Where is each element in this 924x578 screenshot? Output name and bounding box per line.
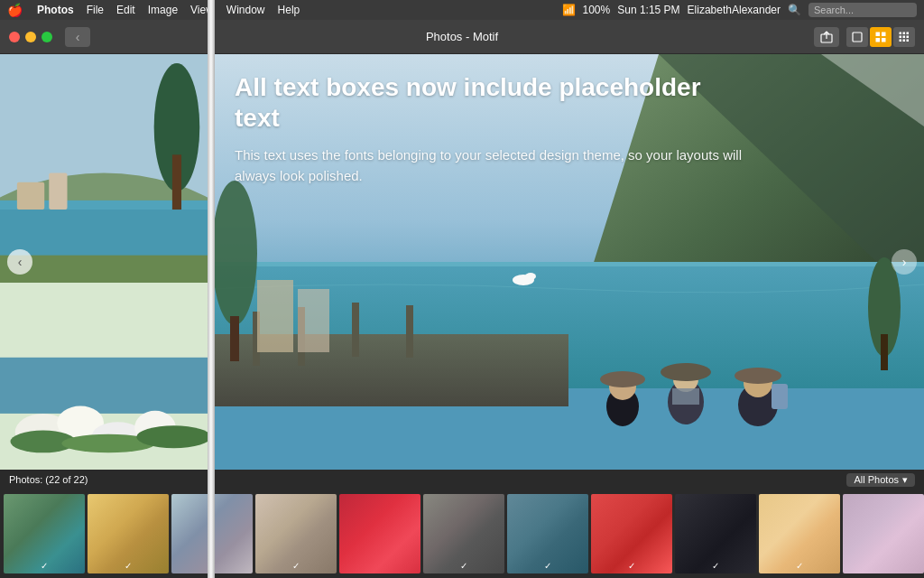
checkmark-8: ✓	[628, 561, 635, 571]
menu-bar: 🍎 Photos File Edit Image View Window Hel…	[0, 0, 924, 20]
thumbnail-2[interactable]: ✓	[88, 494, 169, 573]
svg-rect-42	[352, 303, 359, 357]
svg-rect-13	[903, 39, 906, 42]
left-page-bottom-image	[0, 283, 208, 470]
right-page: All text boxes now include placeholder t…	[208, 54, 924, 470]
grid-view-button[interactable]	[870, 27, 892, 47]
checkmark-4: ✓	[292, 561, 300, 571]
maximize-button[interactable]	[42, 32, 52, 42]
svg-rect-25	[0, 358, 208, 414]
placeholder-body: This text uses the fonts belonging to yo…	[235, 145, 744, 186]
svg-rect-43	[406, 305, 413, 358]
placeholder-heading: All text boxes now include placeholder t…	[235, 72, 744, 133]
svg-point-44	[212, 181, 257, 325]
status-bar: Photos: (22 of 22) All Photos ▾	[0, 470, 924, 489]
svg-rect-19	[17, 182, 44, 210]
menu-help[interactable]: Help	[278, 4, 300, 16]
placeholder-text-overlay: All text boxes now include placeholder t…	[235, 72, 744, 186]
svg-rect-3	[882, 32, 886, 36]
minimize-button[interactable]	[25, 32, 36, 42]
svg-rect-45	[230, 316, 239, 361]
svg-point-50	[600, 371, 645, 387]
datetime: Sun 1:15 PM	[617, 4, 679, 16]
thumbnail-6[interactable]: ✓	[423, 494, 504, 573]
menu-window[interactable]: Window	[226, 4, 265, 16]
svg-rect-9	[900, 35, 902, 38]
svg-rect-62	[881, 334, 888, 370]
checkmark-1: ✓	[41, 561, 48, 571]
menu-edit[interactable]: Edit	[116, 4, 135, 16]
next-page-button[interactable]: ›	[892, 249, 917, 275]
thumbnail-9[interactable]: ✓	[675, 494, 756, 573]
menu-items: File Edit Image View Window Help	[87, 4, 300, 16]
single-view-button[interactable]	[846, 27, 868, 47]
all-photos-filter[interactable]: All Photos ▾	[846, 473, 915, 487]
search-icon[interactable]: 🔍	[788, 4, 801, 16]
main-content: ‹	[0, 54, 924, 470]
toolbar-right	[814, 27, 915, 47]
thumbnail-5[interactable]	[339, 494, 420, 573]
svg-rect-14	[907, 39, 910, 42]
svg-point-60	[525, 273, 536, 280]
svg-rect-5	[882, 38, 886, 42]
wifi-icon: 📶	[562, 4, 576, 16]
svg-rect-1	[853, 33, 862, 42]
view-buttons	[846, 27, 915, 47]
svg-rect-4	[876, 38, 881, 42]
username: ElizabethAlexander	[688, 4, 781, 16]
svg-rect-38	[208, 262, 924, 266]
toolbar: ‹ Photos - Motif	[0, 20, 924, 54]
svg-rect-10	[903, 35, 906, 38]
close-button[interactable]	[9, 32, 20, 42]
traffic-lights	[9, 32, 52, 42]
checkmark-6: ✓	[460, 561, 467, 571]
thumbnail-10[interactable]: ✓	[759, 494, 840, 573]
menu-photos[interactable]: Photos	[37, 4, 74, 16]
thumbnail-8[interactable]: ✓	[591, 494, 672, 573]
status-right: All Photos ▾	[846, 473, 915, 487]
apple-menu[interactable]: 🍎	[7, 3, 23, 17]
window-title: Photos - Motif	[426, 30, 498, 43]
left-page-top-image	[0, 54, 208, 283]
thumbnail-7[interactable]: ✓	[507, 494, 588, 573]
svg-rect-46	[257, 280, 293, 352]
svg-rect-8	[907, 32, 910, 34]
svg-rect-22	[172, 154, 181, 210]
thumbnail-1[interactable]: ✓	[4, 494, 85, 573]
photos-count: Photos: (22 of 22)	[9, 474, 88, 485]
svg-rect-20	[49, 173, 67, 210]
svg-rect-11	[907, 35, 910, 38]
left-page: ‹	[0, 54, 208, 470]
svg-rect-12	[900, 39, 902, 42]
svg-rect-7	[903, 32, 906, 34]
svg-rect-54	[672, 388, 699, 405]
thumbnail-11[interactable]	[843, 494, 924, 573]
menu-image[interactable]: Image	[148, 4, 178, 16]
svg-point-57	[735, 368, 781, 384]
back-button[interactable]: ‹	[65, 27, 90, 47]
battery-level: 100%	[583, 4, 611, 16]
svg-rect-6	[900, 32, 902, 34]
svg-point-53	[661, 363, 711, 381]
filmstrip: ✓ ✓ ✓ ✓ ✓ ✓ ✓ ✓ ✓	[0, 489, 924, 578]
svg-rect-47	[298, 289, 329, 352]
checkmark-9: ✓	[712, 561, 719, 571]
checkmark-7: ✓	[544, 561, 551, 571]
menubar-right: 📶 100% Sun 1:15 PM ElizabethAlexander 🔍 …	[562, 3, 917, 17]
search-input[interactable]: Search...	[808, 3, 917, 17]
thumbnail-4[interactable]: ✓	[255, 494, 337, 573]
previous-page-button[interactable]: ‹	[7, 249, 32, 275]
share-button[interactable]	[814, 27, 839, 47]
svg-rect-2	[876, 32, 881, 36]
svg-rect-58	[772, 384, 788, 409]
dropdown-icon: ▾	[902, 474, 908, 486]
large-grid-button[interactable]	[893, 27, 915, 47]
book-spine	[208, 0, 215, 578]
checkmark-10: ✓	[796, 561, 803, 571]
menu-file[interactable]: File	[87, 4, 104, 16]
checkmark-2: ✓	[125, 561, 132, 571]
